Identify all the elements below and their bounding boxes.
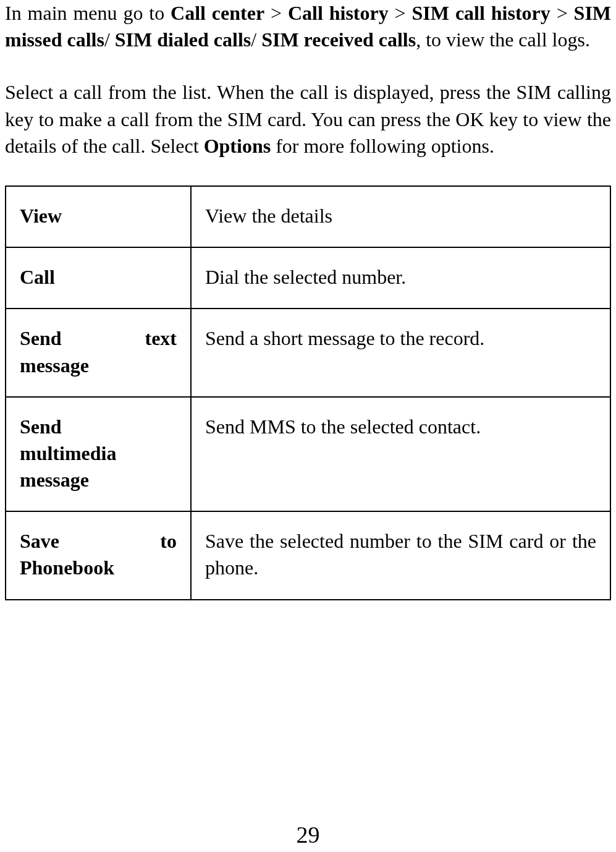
table-row: Send multimedia message Send MMS to the … (6, 397, 610, 512)
menu-call-history: Call history (288, 2, 389, 24)
line: Send (20, 414, 177, 440)
menu-sim-call-history: SIM call history (412, 2, 551, 24)
sep: / (251, 28, 261, 51)
option-name-call: Call (6, 247, 191, 309)
text: In main menu go to (5, 2, 171, 24)
line: Send text (20, 325, 177, 352)
options-table: View View the details Call Dial the sele… (5, 185, 611, 600)
table-row: Save to Phonebook Save the selected numb… (6, 511, 610, 599)
option-name-save-phonebook: Save to Phonebook (6, 511, 191, 599)
paragraph-navigation: In main menu go to Call center > Call hi… (5, 0, 611, 53)
menu-sim-dialed: SIM dialed calls (115, 28, 251, 51)
table-row: View View the details (6, 186, 610, 247)
table-row: Send text message Send a short message t… (6, 309, 610, 396)
option-name-send-mms: Send multimedia message (6, 397, 191, 512)
sep: / (104, 28, 115, 51)
option-desc-send-mms: Send MMS to the selected contact. (191, 397, 610, 512)
text: , to view the call logs. (416, 28, 590, 51)
line: multimedia (20, 440, 177, 467)
line: Phonebook (20, 555, 177, 581)
menu-sim-received: SIM received calls (261, 28, 416, 51)
option-name-view: View (6, 186, 191, 247)
line: Save to (20, 528, 177, 555)
option-desc-view: View the details (191, 186, 610, 247)
sep: > (389, 2, 412, 24)
sep: > (264, 2, 288, 24)
menu-call-center: Call center (171, 2, 264, 24)
paragraph-instructions: Select a call from the list. When the ca… (5, 79, 611, 160)
page-number: 29 (0, 819, 616, 851)
option-desc-call: Dial the selected number. (191, 247, 610, 309)
line: message (20, 352, 177, 379)
option-name-send-text: Send text message (6, 309, 191, 396)
line: message (20, 467, 177, 493)
sep: > (551, 2, 574, 24)
option-desc-save-phonebook: Save the selected number to the SIM card… (191, 511, 610, 599)
option-desc-send-text: Send a short message to the record. (191, 309, 610, 396)
table-row: Call Dial the selected number. (6, 247, 610, 309)
options-label: Options (204, 135, 271, 157)
text: for more following options. (271, 135, 494, 157)
